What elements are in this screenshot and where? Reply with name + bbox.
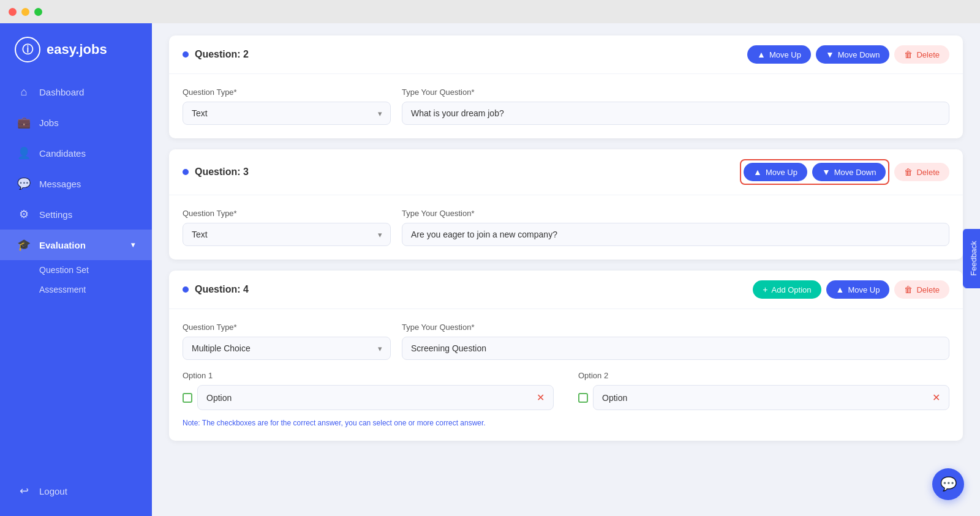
sidebar-item-candidates[interactable]: 👤 Candidates <box>0 138 152 168</box>
q2-delete-button[interactable]: 🗑 Delete <box>894 45 949 64</box>
sidebar-item-label: Evaluation <box>39 240 86 250</box>
candidates-icon: 👤 <box>17 146 31 160</box>
question-4-input[interactable] <box>402 337 949 360</box>
messages-icon: 💬 <box>17 177 31 190</box>
dashboard-icon: ⌂ <box>17 86 31 99</box>
question-3-type-group: Question Type* Text Multiple Choice ▾ <box>183 209 391 246</box>
question-4-actions: + Add Option ▲ Move Up 🗑 Delete <box>753 280 949 299</box>
titlebar <box>0 0 980 23</box>
highlight-box: ▲ Move Up ▼ Move Down <box>740 159 889 185</box>
question-3-actions: ▲ Move Up ▼ Move Down 🗑 Delete <box>740 159 949 185</box>
question-3-title: Question: 3 <box>183 166 249 178</box>
sidebar: ⓘ easy.jobs ⌂ Dashboard 💼 Jobs 👤 Candida… <box>0 0 152 516</box>
option-1-input-row: ✕ <box>183 385 554 410</box>
sidebar-item-label: Messages <box>39 179 81 189</box>
minimize-btn[interactable] <box>21 8 29 16</box>
option-1-input[interactable] <box>206 393 532 403</box>
question-2-question-group: Type Your Question* <box>402 88 949 125</box>
question-4-type-label: Question Type* <box>183 323 391 332</box>
trash-icon: 🗑 <box>904 285 913 294</box>
question-3-input[interactable] <box>402 223 949 246</box>
option-2-group: Option 2 ✕ <box>578 371 949 410</box>
question-4-type-wrapper: Text Multiple Choice ▾ <box>183 337 391 360</box>
logout-label: Logout <box>39 486 67 496</box>
question-3-label: Question: 3 <box>195 166 249 178</box>
sidebar-item-dashboard[interactable]: ⌂ Dashboard <box>0 77 152 107</box>
sidebar-item-evaluation[interactable]: 🎓 Evaluation ▾ <box>0 230 152 260</box>
question-4-body: Question Type* Text Multiple Choice ▾ Ty… <box>169 309 963 441</box>
logo-text: easy.jobs <box>47 42 107 58</box>
question-card-2: Question: 2 ▲ Move Up ▼ Move Down 🗑 Dele… <box>169 36 963 138</box>
chat-button[interactable]: 💬 <box>932 468 964 500</box>
feedback-tab[interactable]: Feedback <box>963 228 980 288</box>
q4-delete-button[interactable]: 🗑 Delete <box>894 280 949 299</box>
settings-icon: ⚙ <box>17 208 31 221</box>
q3-delete-button[interactable]: 🗑 Delete <box>894 163 949 181</box>
sidebar-item-logout[interactable]: ↩ Logout <box>0 476 152 506</box>
sidebar-nav: ⌂ Dashboard 💼 Jobs 👤 Candidates 💬 Messag… <box>0 77 152 476</box>
option-1-checkbox[interactable] <box>183 393 192 403</box>
option-2-checkbox[interactable] <box>578 393 588 403</box>
q2-move-up-button[interactable]: ▲ Move Up <box>747 45 811 64</box>
sidebar-item-assessment[interactable]: Assessment <box>39 280 152 299</box>
sidebar-item-settings[interactable]: ⚙ Settings <box>0 199 152 230</box>
maximize-btn[interactable] <box>34 8 42 16</box>
question-4-type-select[interactable]: Text Multiple Choice <box>183 337 391 360</box>
question-card-3: Question: 3 ▲ Move Up ▼ Move Down 🗑 Dele… <box>169 149 963 260</box>
close-btn[interactable] <box>9 8 17 16</box>
question-2-input[interactable] <box>402 102 949 125</box>
q3-move-up-button[interactable]: ▲ Move Up <box>744 163 807 181</box>
evaluation-icon: 🎓 <box>17 238 31 252</box>
option-1-label: Option 1 <box>183 371 554 380</box>
trash-icon: 🗑 <box>904 167 913 177</box>
question-4-title: Question: 4 <box>183 284 249 295</box>
question-4-question-group: Type Your Question* <box>402 323 949 360</box>
option-2-clear-icon[interactable]: ✕ <box>932 392 940 403</box>
q3-move-down-button[interactable]: ▼ Move Down <box>812 163 886 181</box>
sidebar-item-label: Jobs <box>39 118 59 128</box>
question-4-form-row: Question Type* Text Multiple Choice ▾ Ty… <box>183 323 949 360</box>
chevron-down-icon: ▼ <box>826 50 834 59</box>
question-4-type-group: Question Type* Text Multiple Choice ▾ <box>183 323 391 360</box>
question-dot <box>183 286 189 293</box>
q4-move-up-button[interactable]: ▲ Move Up <box>826 280 890 299</box>
main-content: Question: 2 ▲ Move Up ▼ Move Down 🗑 Dele… <box>152 23 980 516</box>
sidebar-item-label: Dashboard <box>39 87 84 97</box>
question-3-type-wrapper: Text Multiple Choice ▾ <box>183 223 391 246</box>
question-3-question-group: Type Your Question* <box>402 209 949 246</box>
option-1-clear-icon[interactable]: ✕ <box>537 392 545 403</box>
sidebar-item-jobs[interactable]: 💼 Jobs <box>0 107 152 138</box>
logo-icon: ⓘ <box>15 37 40 62</box>
sidebar-item-question-set[interactable]: Question Set <box>39 260 152 280</box>
jobs-icon: 💼 <box>17 116 31 129</box>
option-2-input[interactable] <box>602 393 927 403</box>
question-2-body: Question Type* Text Multiple Choice Chec… <box>169 74 963 138</box>
question-3-question-label: Type Your Question* <box>402 209 949 218</box>
q4-add-option-button[interactable]: + Add Option <box>753 280 821 299</box>
sidebar-item-label: Candidates <box>39 148 86 159</box>
evaluation-subnav: Question Set Assessment <box>0 260 152 299</box>
options-row: Option 1 ✕ Option 2 <box>183 371 949 410</box>
question-3-type-select[interactable]: Text Multiple Choice <box>183 223 391 246</box>
option-1-group: Option 1 ✕ <box>183 371 554 410</box>
question-2-question-label: Type Your Question* <box>402 88 949 97</box>
option-2-input-row: ✕ <box>578 385 949 410</box>
chevron-down-icon: ▼ <box>822 167 831 177</box>
option-2-input-wrapper: ✕ <box>593 385 949 410</box>
question-4-question-label: Type Your Question* <box>402 323 949 332</box>
options-note: Note: The checkboxes are for the correct… <box>183 419 949 427</box>
plus-icon: + <box>763 285 767 294</box>
question-3-header: Question: 3 ▲ Move Up ▼ Move Down 🗑 Dele… <box>169 149 963 195</box>
question-4-label: Question: 4 <box>195 284 249 295</box>
sidebar-logo: ⓘ easy.jobs <box>0 23 152 77</box>
question-3-type-label: Question Type* <box>183 209 391 218</box>
question-2-type-wrapper: Text Multiple Choice Checkbox ▾ <box>183 102 391 125</box>
chat-icon: 💬 <box>940 476 957 492</box>
question-dot <box>183 169 189 175</box>
question-4-header: Question: 4 + Add Option ▲ Move Up 🗑 Del… <box>169 271 963 309</box>
q2-move-down-button[interactable]: ▼ Move Down <box>816 45 890 64</box>
question-2-form-row: Question Type* Text Multiple Choice Chec… <box>183 88 949 125</box>
question-2-type-select[interactable]: Text Multiple Choice Checkbox <box>183 102 391 125</box>
sidebar-item-messages[interactable]: 💬 Messages <box>0 168 152 199</box>
option-2-label: Option 2 <box>578 371 949 380</box>
